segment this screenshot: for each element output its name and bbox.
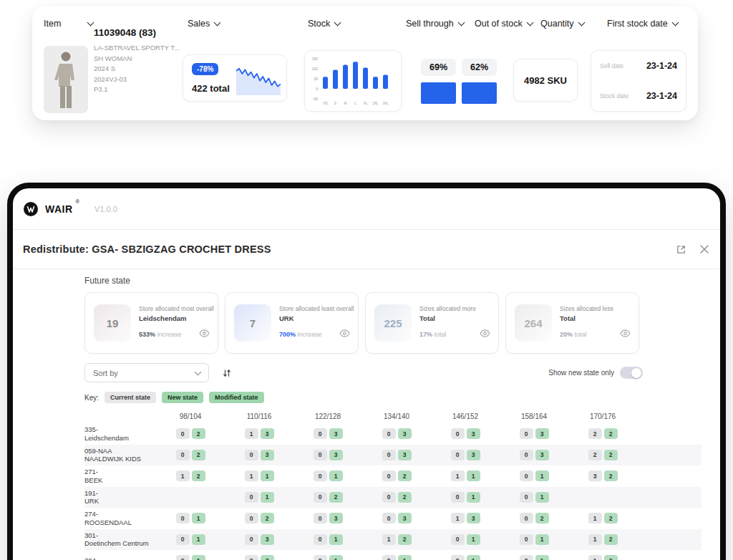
- allocation-cell[interactable]: 01: [431, 555, 500, 560]
- allocation-cell[interactable]: 01: [156, 534, 225, 545]
- expand-button[interactable]: [675, 243, 687, 256]
- column-header-sales[interactable]: Sales: [188, 19, 220, 29]
- product-image[interactable]: [44, 46, 88, 113]
- allocation-cell[interactable]: 03: [500, 450, 568, 460]
- allocation-cell[interactable]: 12: [362, 534, 431, 545]
- stat-cards-row: 19Store allocated most overallLeidschend…: [84, 292, 720, 354]
- allocation-cell[interactable]: 13: [225, 428, 293, 439]
- store-row-304: 304-01030101010112: [84, 550, 702, 560]
- allocation-cell[interactable]: 01: [500, 555, 568, 560]
- allocation-cell[interactable]: 01: [293, 470, 362, 481]
- allocation-cell[interactable]: 13: [431, 513, 500, 523]
- allocation-cell[interactable]: 03: [293, 428, 362, 439]
- allocation-cell[interactable]: 12: [156, 470, 225, 481]
- allocation-cell[interactable]: 12: [568, 513, 637, 523]
- allocation-cell[interactable]: 03: [362, 428, 431, 439]
- eye-icon: [480, 329, 490, 337]
- allocation-cell[interactable]: 32: [568, 470, 637, 481]
- allocation-cell[interactable]: 03: [362, 450, 431, 460]
- allocation-cell[interactable]: 01: [500, 470, 568, 481]
- allocation-cell[interactable]: 01: [500, 492, 568, 503]
- column-header-stock[interactable]: Stock: [308, 19, 340, 29]
- store-code: 271-: [84, 468, 156, 476]
- column-header-out-of-stock[interactable]: Out of stock: [475, 19, 533, 29]
- allocation-cell[interactable]: 01: [156, 555, 225, 560]
- allocation-cell[interactable]: 02: [156, 450, 225, 460]
- close-button[interactable]: [699, 243, 710, 255]
- allocation-cell[interactable]: 03: [431, 450, 500, 460]
- allocation-cell[interactable]: 03: [293, 450, 362, 460]
- current-state-badge: 0: [520, 555, 533, 560]
- current-state-badge: 1: [245, 470, 258, 481]
- new-state-badge: 2: [604, 470, 618, 481]
- new-state-badge: 3: [261, 450, 274, 460]
- allocation-cell[interactable]: 02: [156, 428, 225, 439]
- allocation-cell[interactable]: 01: [362, 555, 431, 560]
- current-state-badge: 1: [176, 470, 190, 481]
- allocation-cell[interactable]: 03: [362, 513, 431, 523]
- app-header: WAIR ® V1.0.0: [13, 188, 720, 229]
- eye-toggle-button[interactable]: [199, 327, 210, 340]
- chevron-down-icon: [87, 19, 94, 26]
- allocation-cell[interactable]: 02: [225, 513, 293, 523]
- allocation-cell[interactable]: 03: [500, 428, 568, 439]
- out-of-stock-cell: 62%: [462, 59, 497, 104]
- size-column-header: 98/104: [156, 412, 225, 420]
- current-state-badge: 0: [382, 428, 396, 439]
- allocation-cell[interactable]: 02: [500, 513, 568, 523]
- allocation-cell[interactable]: 12: [568, 555, 637, 560]
- allocation-cell[interactable]: 03: [225, 450, 293, 460]
- allocation-cell[interactable]: 02: [362, 470, 431, 481]
- stat-card-title: Store allocated most overall: [139, 305, 214, 312]
- sort-by-select[interactable]: Sort by: [84, 363, 209, 382]
- eye-toggle-button[interactable]: [620, 327, 631, 340]
- allocation-cell[interactable]: 02: [362, 492, 431, 503]
- eye-icon: [199, 329, 210, 337]
- current-state-badge: 0: [382, 492, 396, 503]
- column-header-first-stock-date[interactable]: First stock date: [607, 19, 678, 29]
- allocation-cell[interactable]: 01: [293, 555, 362, 560]
- sort-direction-button[interactable]: [218, 365, 236, 382]
- store-label: 301-Doetinchem Centrum: [84, 531, 156, 548]
- eye-toggle-button[interactable]: [480, 327, 490, 340]
- allocation-cell[interactable]: 22: [568, 450, 637, 460]
- allocation-cell[interactable]: 11: [225, 470, 293, 481]
- current-state-badge: 0: [245, 555, 258, 560]
- new-state-badge: 2: [535, 513, 549, 523]
- svg-text:XL: XL: [364, 102, 368, 105]
- current-state-badge: 1: [245, 428, 258, 439]
- stat-card-metric: 700% increase: [279, 331, 322, 338]
- current-state-badge: 0: [245, 534, 258, 545]
- sales-card: -78% 422 total: [183, 54, 287, 102]
- allocation-cell[interactable]: 01: [225, 492, 293, 503]
- allocation-cell[interactable]: 03: [225, 534, 293, 545]
- current-state-badge: 0: [314, 534, 327, 545]
- stat-card-title: Sizes allocated more: [419, 305, 476, 312]
- current-state-badge: 0: [382, 555, 396, 560]
- allocation-cell[interactable]: 01: [293, 534, 362, 545]
- current-state-badge: 0: [382, 450, 396, 460]
- key-badge-current-state: Current state: [105, 392, 156, 403]
- item-detail-line: LA-SBTRAVEL SPORTY T...: [94, 43, 180, 54]
- dates-card: Sell date 23-1-24 Stock date 23-1-24: [591, 50, 686, 112]
- allocation-cell[interactable]: 11: [431, 470, 500, 481]
- column-header-item[interactable]: Item: [44, 19, 93, 29]
- eye-toggle-button[interactable]: [339, 327, 350, 340]
- allocation-cell[interactable]: 03: [431, 428, 500, 439]
- allocation-cell[interactable]: 01: [500, 534, 568, 545]
- allocation-cell[interactable]: 01: [431, 492, 500, 503]
- column-header-quantity[interactable]: Quantity: [540, 19, 584, 29]
- stat-card-sizes-allocated-more: 225Sizes allocated moreTotal17% total: [365, 292, 499, 354]
- size-column-header: 158/164: [500, 412, 568, 420]
- new-state-badge: 1: [467, 555, 480, 560]
- allocation-cell[interactable]: 03: [225, 555, 293, 560]
- allocation-cell[interactable]: 01: [431, 534, 500, 545]
- key-badge-modified-state: Modified state: [209, 392, 264, 403]
- allocation-cell[interactable]: 02: [293, 492, 362, 503]
- allocation-cell[interactable]: 01: [156, 513, 225, 523]
- show-new-state-toggle[interactable]: [620, 367, 643, 379]
- allocation-cell[interactable]: 22: [568, 428, 637, 439]
- column-header-sell-through[interactable]: Sell through: [406, 19, 464, 29]
- allocation-cell[interactable]: 03: [293, 513, 362, 523]
- allocation-cell[interactable]: 12: [568, 534, 637, 545]
